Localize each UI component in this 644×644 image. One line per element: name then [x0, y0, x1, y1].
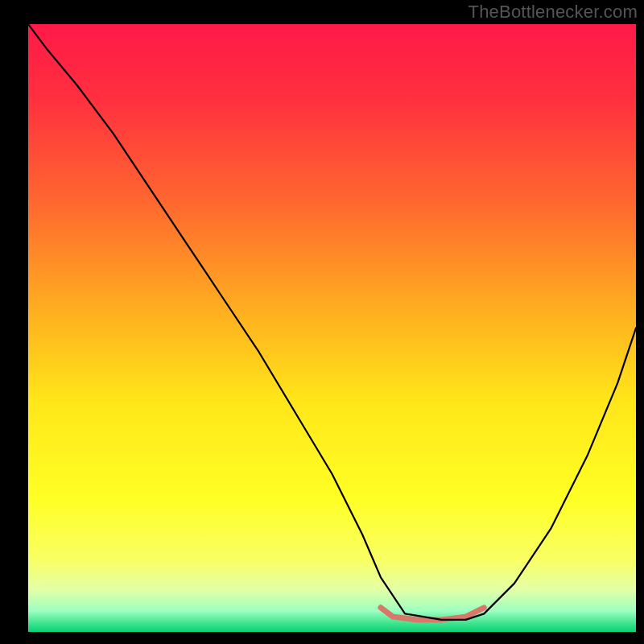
- watermark-text: TheBottlenecker.com: [469, 2, 638, 23]
- gradient-background: [28, 24, 636, 632]
- plot-area: [28, 24, 636, 632]
- bottleneck-chart: [28, 24, 636, 632]
- chart-frame: TheBottlenecker.com: [0, 0, 644, 644]
